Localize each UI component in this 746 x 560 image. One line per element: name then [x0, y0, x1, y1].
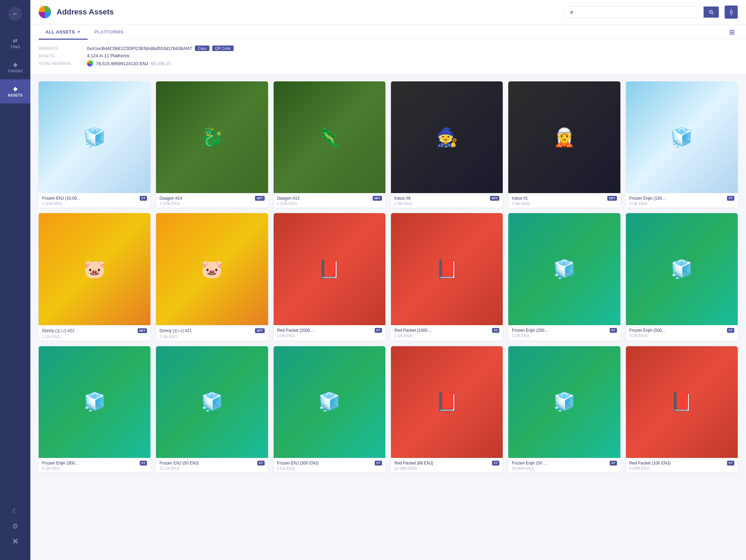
page-title: Address Assets	[57, 8, 560, 17]
asset-type-badge: NFT	[607, 196, 617, 201]
grid-toggle-button[interactable]: ⊞	[726, 25, 738, 39]
usd-value: $6,398.10	[151, 61, 171, 66]
grid-icon: ⊞	[729, 28, 735, 36]
asset-meta: 1 (10k ENJ)	[277, 201, 382, 206]
sidebar: ← ⇄ TXNS ◈ TOKENS ◆ ASSETS ☾ ⚙ ✕	[0, 0, 30, 560]
x-logo-icon[interactable]: ✕	[12, 537, 18, 546]
asset-type-badge: FT	[727, 196, 734, 201]
tabs-left: ALL ASSETS ▼ PLATFORMS	[39, 24, 726, 40]
tab-all-assets[interactable]: ALL ASSETS ▼	[39, 24, 88, 40]
asset-name: Red Packet (2000 ...	[277, 328, 373, 333]
copy-button[interactable]: Copy	[195, 46, 209, 51]
sidebar-item-assets[interactable]: ◆ ASSETS	[0, 79, 30, 103]
asset-card[interactable]: 🦎 Daagon #13 NFT 1 (10k ENJ)	[274, 81, 385, 208]
asset-title-row: Daagon #13 NFT	[277, 196, 382, 201]
asset-footer: Frozen Enjin (500... FT 4 (2k ENJ)	[626, 325, 738, 340]
asset-image: 🧊	[39, 346, 150, 458]
asset-meta: 21 (1k ENJ)	[159, 466, 264, 470]
asset-card[interactable]: 🧙 Iratus #8 NFT 1 (6k ENJ)	[391, 81, 503, 208]
asset-card[interactable]: 🧊 Frozen Enjin (150... FT 2 (3k ENJ)	[626, 81, 738, 208]
asset-title-row: Frozen Enjin (200... FT	[512, 328, 617, 333]
asset-footer: Daagon #14 NFT 1 (10k ENJ)	[156, 193, 268, 208]
asset-emoji: 🐷	[201, 259, 223, 280]
asset-footer: Donny (도니) #21 NFT 1 (2k ENJ)	[156, 325, 268, 341]
asset-emoji: 🧙	[436, 127, 458, 148]
sidebar-nav: ⇄ TXNS ◈ TOKENS ◆ ASSETS	[0, 31, 30, 103]
asset-footer: Frozen ENJ (50 ENJ) FT 21 (1k ENJ)	[156, 458, 268, 472]
asset-meta: 2 (3k ENJ)	[629, 201, 734, 206]
address-hash: 0xA1ecB46C0bE223DFf23EfdA8bd553d17b938Af…	[87, 46, 192, 51]
asset-image: 🦎	[274, 81, 385, 193]
asset-emoji: 🧊	[553, 259, 576, 280]
asset-card[interactable]: 🧊 Frozen Enjin (200... FT 1 (2k ENJ)	[508, 213, 620, 340]
asset-name: Frozen Enjin (150...	[629, 196, 726, 201]
tab-arrow-icon: ▼	[77, 30, 80, 34]
asset-title-row: Red Packet (88 ENJ) FT	[394, 461, 499, 466]
asset-emoji: 🧊	[201, 391, 223, 412]
asset-emoji: 📕	[436, 391, 458, 412]
total-reserve-value: 78,515.99599124133 ENJ $6,398.10	[87, 60, 171, 67]
qr-button[interactable]: QR Code	[212, 46, 234, 51]
asset-title-row: Frozen ENJ (10,00... FT	[42, 196, 147, 201]
asset-card[interactable]: 📕 Red Packet (2000 ... FT 1 (2k ENJ)	[274, 213, 385, 340]
asset-card[interactable]: 🧝 Iratus #1 NFT 1 (6k ENJ)	[508, 81, 620, 208]
search-button[interactable]	[704, 7, 719, 18]
back-button[interactable]: ←	[8, 7, 22, 21]
asset-type-badge: FT	[492, 461, 499, 466]
sidebar-bottom: ☾ ⚙ ✕	[12, 507, 18, 553]
asset-name: Red Packet (88 ENJ)	[394, 461, 491, 466]
sidebar-item-label-tokens: TOKENS	[8, 69, 23, 73]
asset-card[interactable]: 🐉 Daagon #14 NFT 1 (10k ENJ)	[156, 81, 268, 208]
sidebar-item-txns[interactable]: ⇄ TXNS	[0, 31, 30, 55]
address-label: ADDRESS:	[39, 46, 87, 50]
asset-card[interactable]: 📕 Red Packet (100 ENJ) FT 5 (500 ENJ)	[626, 346, 738, 472]
asset-card[interactable]: 📕 Red Packet (1000 ... FT 2 (2k ENJ)	[391, 213, 503, 340]
asset-footer: Frozen Enjin (150... FT 2 (3k ENJ)	[626, 193, 738, 208]
ethereum-button[interactable]: ⟠	[725, 6, 738, 19]
asset-footer: Frozen Enjin (50 ... FT 16 (800 ENJ)	[508, 458, 620, 472]
asset-emoji: 🧊	[84, 127, 106, 148]
asset-card[interactable]: 🐷 Donny (도니) #22 NFT 1 (2k ENJ)	[39, 213, 150, 340]
asset-card[interactable]: 📕 Red Packet (88 ENJ) FT 10 (880 ENJ)	[391, 346, 503, 472]
asset-type-badge: FT	[375, 461, 382, 466]
asset-image: 🧊	[508, 346, 620, 458]
app-logo	[39, 6, 51, 18]
asset-card[interactable]: 🧊 Frozen Enjin (500... FT 4 (2k ENJ)	[626, 213, 738, 340]
search-input[interactable]	[566, 7, 704, 18]
asset-card[interactable]: 🧊 Frozen ENJ (50 ENJ) FT 21 (1k ENJ)	[156, 346, 268, 472]
asset-footer: Red Packet (2000 ... FT 1 (2k ENJ)	[274, 325, 385, 340]
asset-image: 🐷	[39, 213, 150, 325]
asset-title-row: Frozen ENJ (50 ENJ) FT	[159, 461, 264, 466]
asset-type-badge: FT	[140, 461, 147, 466]
sidebar-item-tokens[interactable]: ◈ TOKENS	[0, 55, 30, 79]
asset-name: Donny (도니) #22	[42, 328, 136, 334]
asset-name: Red Packet (100 ENJ)	[629, 461, 726, 466]
asset-type-badge: NFT	[490, 196, 500, 201]
asset-card[interactable]: 🐷 Donny (도니) #21 NFT 1 (2k ENJ)	[156, 213, 268, 340]
asset-title-row: Frozen Enjin (300... FT	[42, 461, 147, 466]
asset-name: Frozen ENJ (500 ENJ)	[277, 461, 373, 466]
asset-card[interactable]: 🧊 Frozen Enjin (300... FT 5 (2k ENJ)	[39, 346, 150, 472]
asset-meta: 5 (500 ENJ)	[629, 466, 734, 470]
moon-icon[interactable]: ☾	[12, 507, 18, 515]
asset-title-row: Frozen Enjin (50 ... FT	[512, 461, 617, 466]
asset-name: Daagon #13	[277, 196, 371, 201]
asset-emoji: 🐉	[201, 127, 223, 148]
total-reserve-label: TOTAL RESERVE:	[39, 61, 87, 66]
settings-icon[interactable]: ⚙	[12, 522, 18, 530]
ethereum-icon: ⟠	[730, 8, 733, 16]
asset-image: 🧊	[156, 346, 268, 458]
tab-platforms[interactable]: PLATFORMS	[88, 24, 130, 40]
asset-footer: Iratus #1 NFT 1 (6k ENJ)	[508, 193, 620, 208]
asset-type-badge: FT	[375, 328, 382, 333]
asset-emoji: 🧊	[670, 127, 693, 148]
asset-image: 🧊	[508, 213, 620, 325]
asset-title-row: Daagon #14 NFT	[159, 196, 264, 201]
asset-card[interactable]: 🧊 Frozen ENJ (10,00... FT 1 (10k ENJ)	[39, 81, 150, 208]
asset-emoji: 📕	[670, 391, 693, 412]
asset-footer: Frozen Enjin (300... FT 5 (2k ENJ)	[39, 458, 150, 472]
asset-image: 🧊	[39, 81, 150, 193]
asset-name: Frozen Enjin (50 ...	[512, 461, 608, 466]
asset-card[interactable]: 🧊 Frozen ENJ (500 ENJ) FT 2 (1k ENJ)	[274, 346, 385, 472]
asset-card[interactable]: 🧊 Frozen Enjin (50 ... FT 16 (800 ENJ)	[508, 346, 620, 472]
